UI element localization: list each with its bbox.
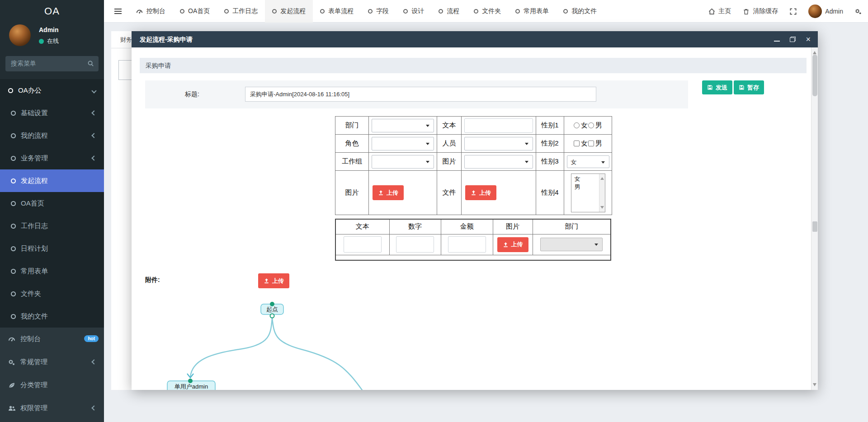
node-bottom-port[interactable]: [270, 314, 274, 318]
online-dot: [39, 39, 44, 44]
field-label-file-upload: 文件: [437, 171, 462, 215]
tab-label: 表单流程: [328, 7, 354, 15]
tab-console[interactable]: 控制台: [129, 0, 173, 23]
text-input[interactable]: [464, 118, 533, 133]
node-top-port[interactable]: [270, 302, 274, 306]
flow-node-single-user-admin[interactable]: 单用户admin: [167, 379, 215, 390]
gender2-male-checkbox[interactable]: [588, 141, 594, 146]
tab-form-process[interactable]: 表单流程: [313, 0, 361, 23]
listbox-option[interactable]: 女: [575, 175, 599, 183]
detail-header-department: 部门: [533, 219, 611, 234]
dialog-titlebar[interactable]: 发起流程-采购申请 ×: [132, 31, 818, 47]
node-top-port[interactable]: [188, 379, 193, 383]
tab-folder[interactable]: 文件夹: [467, 0, 508, 23]
fullscreen-icon[interactable]: [790, 8, 797, 15]
sidebar-item-folder[interactable]: 文件夹: [0, 282, 104, 305]
person-select[interactable]: [464, 137, 533, 150]
picture-select[interactable]: [464, 155, 533, 169]
image-upload-button[interactable]: 上传: [373, 185, 404, 200]
scrollbar-thumb-inner[interactable]: [812, 221, 817, 232]
tab-process[interactable]: 流程: [431, 0, 467, 23]
sidebar-item-business-mgmt[interactable]: 业务管理: [0, 147, 104, 169]
user-menu[interactable]: Admin: [808, 5, 843, 18]
nav-right: 主页 清除缓存 Admin: [708, 0, 862, 23]
circle-icon: [11, 201, 16, 206]
detail-picture-upload-button[interactable]: 上传: [497, 237, 528, 252]
field-label-text: 文本: [437, 117, 462, 135]
sidebar-item-oa-home[interactable]: OA首页: [0, 192, 104, 215]
dialog-window-controls: ×: [774, 31, 811, 47]
department-select[interactable]: [372, 119, 434, 132]
sidebar-item-start-process[interactable]: 发起流程: [0, 169, 104, 192]
tab-start-process[interactable]: 发起流程: [265, 0, 313, 23]
scroll-up-icon[interactable]: [813, 49, 816, 54]
gender2-female-checkbox[interactable]: [574, 141, 580, 146]
dialog-title: 发起流程-采购申请: [132, 31, 818, 47]
tab-label: 流程: [447, 7, 459, 15]
workgroup-select[interactable]: [372, 155, 434, 169]
circle-icon: [11, 246, 16, 251]
sidebar-item-my-files[interactable]: 我的文件: [0, 305, 104, 328]
restore-icon[interactable]: [790, 37, 796, 42]
users-icon: [8, 405, 15, 412]
gender1-male-radio[interactable]: [588, 122, 594, 128]
user-status: 在线: [39, 37, 59, 45]
minimize-icon[interactable]: [774, 41, 780, 42]
dialog-body: 采购申请 标题: 发送 暂存 部门 文本 性别1: [132, 47, 818, 390]
search-input[interactable]: [5, 56, 82, 70]
scroll-down-icon[interactable]: [600, 206, 604, 211]
field-label-image-upload: 图片: [335, 171, 369, 215]
tab-design[interactable]: 设计: [396, 0, 431, 23]
sidebar-item-common-forms[interactable]: 常用表单: [0, 260, 104, 282]
listbox-option[interactable]: 男: [575, 183, 599, 191]
detail-text-input[interactable]: [344, 236, 382, 253]
tab-field[interactable]: 字段: [361, 0, 396, 23]
detail-amount-input[interactable]: [448, 236, 486, 253]
tab-work-log[interactable]: 工作日志: [217, 0, 265, 23]
topnav: 控制台 OA首页 工作日志 发起流程 表单流程 字段 设计 流程 文件夹 常用表…: [104, 0, 868, 23]
scroll-down-icon[interactable]: [813, 383, 816, 388]
sidebar-item-schedule-plan[interactable]: 日程计划: [0, 237, 104, 260]
clear-cache-button[interactable]: 清除缓存: [743, 7, 778, 15]
detail-department-select[interactable]: [540, 238, 603, 251]
sidebar-item-general-mgmt[interactable]: 常规管理: [0, 351, 104, 374]
field-label-role: 角色: [335, 135, 369, 153]
sidebar-item-label: OA办公: [18, 86, 42, 95]
circle-icon: [439, 9, 443, 14]
sidebar-item-oa-office[interactable]: OA办公: [0, 79, 104, 102]
detail-header-picture: 图片: [493, 219, 533, 234]
sidebar-item-console[interactable]: 控制台 hot: [0, 328, 104, 351]
detail-number-input[interactable]: [396, 236, 434, 253]
tab-common-forms[interactable]: 常用表单: [508, 0, 556, 23]
home-button[interactable]: 主页: [708, 7, 731, 15]
circle-icon: [474, 9, 478, 14]
settings-gears-icon[interactable]: [855, 8, 862, 15]
sidebar-item-work-log[interactable]: 工作日志: [0, 215, 104, 237]
sidebar-item-label: 业务管理: [21, 154, 48, 163]
role-select[interactable]: [372, 137, 434, 150]
send-button[interactable]: 发送: [702, 80, 732, 94]
sidebar-item-basic-settings[interactable]: 基础设置: [0, 102, 104, 124]
title-input[interactable]: [245, 87, 596, 102]
attachment-upload-button[interactable]: 上传: [258, 273, 289, 288]
search-icon[interactable]: [87, 60, 94, 67]
file-upload-button[interactable]: 上传: [465, 185, 496, 200]
dialog-scrollbar[interactable]: [811, 47, 818, 390]
sidebar-item-label: OA首页: [21, 199, 44, 208]
listbox-scrollbar[interactable]: [599, 174, 605, 212]
sidebar-item-my-process[interactable]: 我的流程: [0, 124, 104, 147]
scroll-up-icon[interactable]: [600, 175, 604, 180]
sidebar-item-permission-mgmt[interactable]: 权限管理: [0, 397, 104, 420]
sidebar-item-category-mgmt[interactable]: 分类管理: [0, 374, 104, 397]
option-label: 女: [581, 139, 588, 148]
hold-button[interactable]: 暂存: [734, 80, 764, 94]
gender3-select[interactable]: 女: [567, 155, 609, 168]
close-icon[interactable]: ×: [806, 35, 811, 43]
tab-oa-home[interactable]: OA首页: [173, 0, 217, 23]
gender4-listbox[interactable]: 女 男: [571, 173, 605, 212]
gender1-female-radio[interactable]: [574, 122, 580, 128]
scrollbar-thumb[interactable]: [812, 55, 817, 96]
tab-my-files[interactable]: 我的文件: [556, 0, 604, 23]
sidebar-toggle-button[interactable]: [108, 0, 127, 23]
flow-node-start[interactable]: 起点: [261, 302, 283, 318]
